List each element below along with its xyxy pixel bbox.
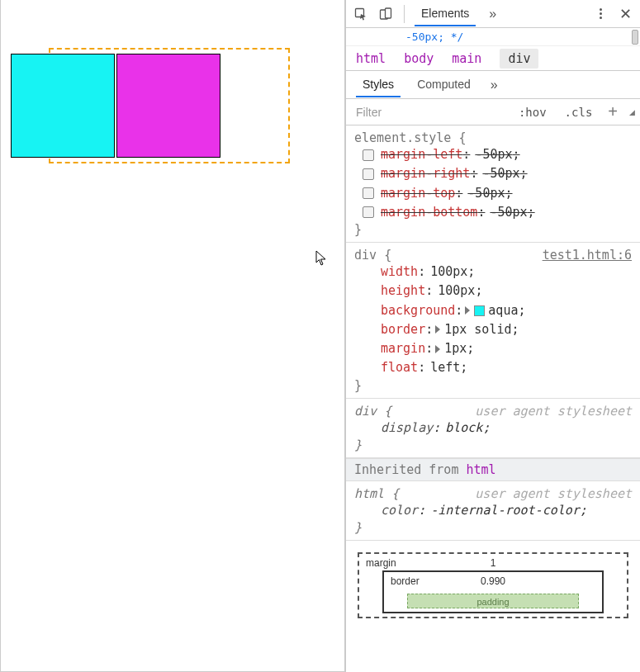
subtab-styles[interactable]: Styles: [351, 73, 405, 97]
prop-float[interactable]: float:left;: [354, 358, 632, 377]
prop-checkbox[interactable]: [363, 168, 374, 180]
source-peek: -50px; */: [346, 28, 640, 46]
box-model-diagram[interactable]: margin 1 border 0.990 padding: [346, 541, 640, 618]
demo-box-magenta[interactable]: [116, 54, 220, 158]
bm-margin-label: margin: [366, 557, 396, 569]
style-rules-panel[interactable]: element.style { margin-left: -50px; marg…: [346, 125, 640, 672]
inherited-from-tag[interactable]: html: [466, 462, 495, 477]
prop-height[interactable]: height:100px;: [354, 282, 632, 301]
device-toolbar-icon[interactable]: [374, 3, 397, 25]
demo-box-aqua[interactable]: [11, 54, 115, 158]
rule-html-ua: user agent stylesheet html { color:-inte…: [346, 481, 640, 541]
tabs-overflow-icon[interactable]: »: [481, 7, 505, 21]
crumb-html[interactable]: html: [356, 51, 386, 66]
bm-padding-label: padding: [407, 594, 579, 608]
styles-filter-input[interactable]: [354, 105, 506, 120]
prop-width[interactable]: width:100px;: [354, 263, 632, 282]
bm-border-top-value[interactable]: 0.990: [481, 575, 505, 587]
crumb-main[interactable]: main: [452, 51, 481, 66]
new-rule-dropdown-icon[interactable]: ◢: [628, 108, 635, 116]
toggle-cls[interactable]: .cls: [559, 103, 599, 121]
inherited-from-header: Inherited from html: [346, 458, 640, 481]
rule-element-style: element.style { margin-left: -50px; marg…: [346, 125, 640, 243]
source-link[interactable]: test1.html:6: [543, 248, 632, 263]
bm-margin-top-value[interactable]: 1: [491, 557, 496, 569]
expand-shorthand-icon[interactable]: [465, 306, 470, 315]
prop-checkbox[interactable]: [363, 206, 374, 218]
bm-border-label: border: [391, 575, 420, 587]
tab-elements[interactable]: Elements: [411, 2, 479, 26]
devtools-panel: Elements » ✕ -50px; */ html body main di…: [345, 0, 640, 672]
rule-div-ua: user agent stylesheet div { display:bloc…: [346, 399, 640, 458]
prop-color[interactable]: color:-internal-root-color;: [354, 501, 632, 520]
prop-checkbox[interactable]: [363, 187, 374, 199]
prop-background[interactable]: background:aqua;: [354, 301, 632, 320]
color-swatch[interactable]: [474, 305, 485, 316]
selector-text: div: [354, 248, 377, 263]
styles-filter-row: :hov .cls + ◢: [346, 99, 640, 125]
mouse-cursor-icon: [315, 250, 327, 271]
subtabs-overflow-icon[interactable]: »: [482, 78, 506, 92]
selector-text: element.style: [354, 130, 451, 145]
styles-subpanel-tabs: Styles Computed »: [346, 71, 640, 99]
svg-rect-2: [386, 8, 391, 18]
ua-sheet-label: user agent stylesheet: [475, 486, 632, 501]
expand-shorthand-icon[interactable]: [435, 345, 440, 353]
devtools-toolbar: Elements » ✕: [346, 0, 640, 28]
prop-margin[interactable]: margin:1px;: [354, 339, 632, 358]
prop-checkbox[interactable]: [363, 149, 374, 161]
minimap-scrollbar[interactable]: [632, 30, 638, 45]
peek-text: -50px; */: [405, 31, 463, 43]
prop-margin-top[interactable]: margin-top: -50px;: [354, 184, 632, 203]
close-devtools-icon[interactable]: ✕: [614, 3, 637, 25]
prop-margin-bottom[interactable]: margin-bottom: -50px;: [354, 203, 632, 222]
ua-sheet-label: user agent stylesheet: [475, 404, 632, 419]
page-viewport: [0, 0, 345, 672]
kebab-menu-icon[interactable]: [589, 3, 612, 25]
expand-shorthand-icon[interactable]: [435, 325, 440, 334]
prop-display[interactable]: display:block;: [354, 419, 632, 438]
subtab-computed[interactable]: Computed: [405, 73, 482, 97]
crumb-div[interactable]: div: [500, 49, 538, 69]
crumb-body[interactable]: body: [404, 51, 434, 66]
dom-breadcrumbs: html body main div: [346, 46, 640, 71]
prop-margin-right[interactable]: margin-right: -50px;: [354, 164, 632, 183]
prop-margin-left[interactable]: margin-left: -50px;: [354, 145, 632, 164]
toggle-hov[interactable]: :hov: [513, 103, 552, 121]
prop-border[interactable]: border:1px solid;: [354, 320, 632, 339]
inspect-element-icon[interactable]: [349, 3, 372, 25]
new-style-rule-icon[interactable]: +: [604, 102, 621, 121]
rule-div-test1: test1.html:6 div { width:100px; height:1…: [346, 243, 640, 399]
